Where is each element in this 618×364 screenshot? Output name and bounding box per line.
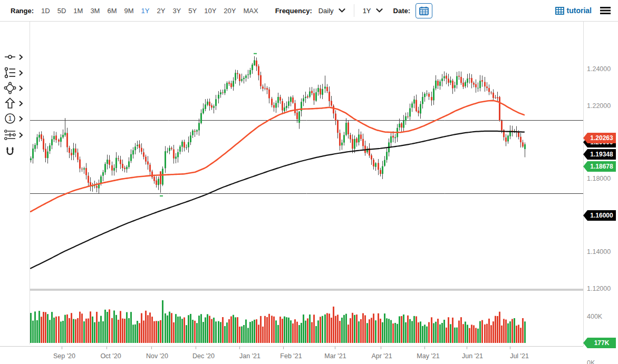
time-axis-tick xyxy=(335,347,335,349)
time-axis-label: Jul '21 xyxy=(501,352,538,360)
price-axis-label: 1.12000 xyxy=(587,285,616,292)
time-axis-label: Apr '21 xyxy=(363,352,400,360)
period-value: 1Y xyxy=(363,7,371,15)
time-axis-label: Jan '21 xyxy=(231,352,268,360)
pane-resize-handle[interactable] xyxy=(30,289,583,291)
svg-text:1: 1 xyxy=(8,115,12,122)
time-axis-label: Sep '20 xyxy=(46,352,83,360)
time-axis-border xyxy=(0,346,583,347)
time-axis-tick xyxy=(107,347,107,349)
time-axis-tick xyxy=(283,347,284,349)
tutorial-label: tutorial xyxy=(567,6,592,15)
chevron-right-icon xyxy=(19,116,23,122)
tool-annotation[interactable] xyxy=(3,66,28,80)
range-button-2y[interactable]: 2Y xyxy=(157,7,165,15)
frequency-label: Frequency: xyxy=(275,7,312,15)
last-price-badge: 1.18678 xyxy=(583,161,616,172)
range-button-1y[interactable]: 1Y xyxy=(141,7,150,15)
time-axis-tick xyxy=(151,347,152,349)
time-axis-label: Nov '20 xyxy=(139,352,176,360)
hamburger-menu-icon xyxy=(600,6,611,15)
date-picker-button[interactable] xyxy=(416,3,432,18)
ma-fast-price-badge: 1.20263 xyxy=(583,133,616,143)
range-button-9m[interactable]: 9M xyxy=(124,7,134,15)
tool-shape[interactable] xyxy=(3,81,28,95)
trend-line-icon xyxy=(3,51,17,63)
calendar-icon xyxy=(419,6,429,15)
price-axis-label: 1.18000 xyxy=(587,175,616,182)
time-axis-label: May '21 xyxy=(410,352,447,360)
range-button-3y[interactable]: 3Y xyxy=(172,7,181,15)
chevron-right-icon xyxy=(19,132,23,138)
time-axis-label: Mar '21 xyxy=(317,352,354,360)
magnet-icon xyxy=(3,145,17,158)
ma-slow-price-badge: 1.19348 xyxy=(583,149,616,160)
top-toolbar: Range: 1D5D1M3M6M9M1Y2Y3Y5Y10Y20YMAX Fre… xyxy=(0,0,618,22)
toolbar-right: tutorial xyxy=(555,6,611,15)
range-button-1d[interactable]: 1D xyxy=(41,7,50,15)
range-selector: 1D5D1M3M6M9M1Y2Y3Y5Y10Y20YMAX xyxy=(41,7,266,15)
tutorial-link[interactable]: tutorial xyxy=(555,6,592,15)
tool-number-callout[interactable]: 1 xyxy=(3,112,28,125)
price-axis-label: 1.22000 xyxy=(587,102,616,110)
drawing-toolbar: 1 xyxy=(0,22,30,345)
frequency-value: Daily xyxy=(318,7,334,15)
date-label: Date: xyxy=(393,7,411,15)
chevron-down-icon xyxy=(376,8,383,13)
time-axis-label: Dec '20 xyxy=(185,352,222,360)
period-dropdown[interactable]: 1Y xyxy=(363,7,383,15)
chart-canvas[interactable] xyxy=(30,22,583,346)
chart-stage: 1 1.240001.220001.180001.140001.12000 40… xyxy=(0,22,618,364)
time-axis-tick xyxy=(239,347,240,349)
tutorial-icon xyxy=(555,7,564,15)
time-axis-tick xyxy=(62,347,62,349)
range-label: Range: xyxy=(11,7,34,15)
menu-button[interactable] xyxy=(600,6,611,15)
range-button-5y[interactable]: 5Y xyxy=(188,7,197,15)
shape-icon xyxy=(3,82,17,94)
last-volume-badge: 177K xyxy=(583,338,616,348)
toolbar-divider xyxy=(354,4,354,17)
chevron-down-icon xyxy=(339,8,345,13)
tool-trend-line[interactable] xyxy=(3,50,28,64)
time-axis-label: Jun '21 xyxy=(454,352,491,360)
fib-levels-icon xyxy=(3,129,17,141)
chevron-right-icon xyxy=(19,85,23,91)
frequency-dropdown[interactable]: Daily xyxy=(318,7,345,15)
chevron-right-icon xyxy=(19,101,23,106)
range-button-5d[interactable]: 5D xyxy=(57,7,66,15)
volume-axis-label: 400K xyxy=(587,313,616,320)
hline-2-price-badge: 1.16000 xyxy=(583,210,616,221)
time-axis-label: Oct '20 xyxy=(92,352,129,360)
chevron-right-icon xyxy=(19,70,23,76)
time-axis-tick xyxy=(381,347,381,349)
chevron-right-icon xyxy=(19,54,23,60)
price-axis-label: 1.24000 xyxy=(587,65,616,73)
number-one-circle-icon: 1 xyxy=(3,112,17,125)
tool-fib-levels[interactable] xyxy=(3,128,28,142)
time-axis-tick xyxy=(510,347,510,349)
tool-magnet[interactable] xyxy=(3,145,28,159)
annotation-icon xyxy=(3,66,17,79)
range-button-3m[interactable]: 3M xyxy=(90,7,100,15)
tool-arrow[interactable] xyxy=(3,96,28,110)
volume-axis-label: 0K xyxy=(587,359,616,364)
arrow-up-icon xyxy=(3,97,17,110)
range-button-max[interactable]: MAX xyxy=(243,7,258,15)
price-axis-border xyxy=(583,22,584,346)
time-axis-tick xyxy=(467,347,467,349)
time-axis-label: Feb '21 xyxy=(273,352,310,360)
price-axis-label: 1.14000 xyxy=(587,248,616,255)
time-axis-tick xyxy=(196,347,196,349)
range-button-20y[interactable]: 20Y xyxy=(224,7,236,15)
range-button-6m[interactable]: 6M xyxy=(107,7,117,15)
range-button-1m[interactable]: 1M xyxy=(73,7,83,15)
range-button-10y[interactable]: 10Y xyxy=(204,7,216,15)
time-axis-tick xyxy=(424,347,425,349)
